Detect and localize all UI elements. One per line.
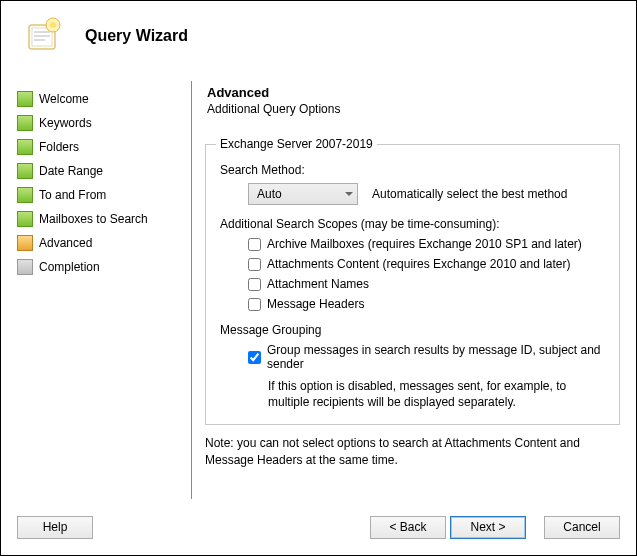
scope-attachment-names[interactable]: Attachment Names	[248, 277, 605, 291]
sidebar-item-label: To and From	[39, 188, 106, 202]
scope-checkbox[interactable]	[248, 238, 261, 251]
wizard-icon	[25, 17, 63, 55]
scope-archive-mailboxes[interactable]: Archive Mailboxes (requires Exchange 201…	[248, 237, 605, 251]
sidebar-item-mailboxes[interactable]: Mailboxes to Search	[17, 207, 189, 231]
sidebar-item-label: Completion	[39, 260, 100, 274]
sidebar-item-label: Keywords	[39, 116, 92, 130]
next-button[interactable]: Next >	[450, 516, 526, 539]
sidebar: Welcome Keywords Folders Date Range To a…	[1, 81, 189, 499]
sidebar-item-to-from[interactable]: To and From	[17, 183, 189, 207]
page-subtitle: Additional Query Options	[205, 102, 620, 116]
chevron-down-icon	[345, 192, 353, 196]
scope-attachments-content[interactable]: Attachments Content (requires Exchange 2…	[248, 257, 605, 271]
sidebar-item-keywords[interactable]: Keywords	[17, 111, 189, 135]
scopes-label: Additional Search Scopes (may be time-co…	[220, 217, 605, 231]
sidebar-item-label: Welcome	[39, 92, 89, 106]
page-title: Advanced	[205, 85, 620, 100]
sidebar-item-advanced[interactable]: Advanced	[17, 231, 189, 255]
step-done-icon	[17, 187, 33, 203]
grouping-checkbox[interactable]	[248, 351, 261, 364]
sidebar-item-label: Mailboxes to Search	[39, 212, 148, 226]
step-done-icon	[17, 139, 33, 155]
back-button[interactable]: < Back	[370, 516, 446, 539]
scope-label: Attachment Names	[267, 277, 369, 291]
step-done-icon	[17, 91, 33, 107]
scope-label: Attachments Content (requires Exchange 2…	[267, 257, 571, 271]
button-bar: Help < Back Next > Cancel	[1, 499, 636, 555]
scope-checkbox[interactable]	[248, 278, 261, 291]
help-button[interactable]: Help	[17, 516, 93, 539]
main-content: Advanced Additional Query Options Exchan…	[189, 81, 636, 499]
sidebar-item-completion[interactable]: Completion	[17, 255, 189, 279]
step-current-icon	[17, 235, 33, 251]
scope-label: Archive Mailboxes (requires Exchange 201…	[267, 237, 582, 251]
grouping-label: Message Grouping	[220, 323, 605, 337]
sidebar-item-label: Advanced	[39, 236, 92, 250]
svg-point-6	[50, 22, 56, 28]
step-done-icon	[17, 163, 33, 179]
exchange-group-box: Exchange Server 2007-2019 Search Method:…	[205, 144, 620, 425]
search-method-value: Auto	[257, 187, 282, 201]
wizard-header: Query Wizard	[1, 1, 636, 75]
step-done-icon	[17, 211, 33, 227]
grouping-option[interactable]: Group messages in search results by mess…	[248, 343, 605, 371]
scope-label: Message Headers	[267, 297, 364, 311]
scope-checkbox[interactable]	[248, 258, 261, 271]
sidebar-item-folders[interactable]: Folders	[17, 135, 189, 159]
sidebar-item-label: Folders	[39, 140, 79, 154]
sidebar-item-date-range[interactable]: Date Range	[17, 159, 189, 183]
step-done-icon	[17, 115, 33, 131]
scope-message-headers[interactable]: Message Headers	[248, 297, 605, 311]
cancel-button[interactable]: Cancel	[544, 516, 620, 539]
group-box-title: Exchange Server 2007-2019	[216, 137, 377, 151]
search-method-hint: Automatically select the best method	[372, 187, 567, 201]
step-pending-icon	[17, 259, 33, 275]
scope-checkbox[interactable]	[248, 298, 261, 311]
grouping-option-label: Group messages in search results by mess…	[267, 343, 605, 371]
search-method-select[interactable]: Auto	[248, 183, 358, 205]
grouping-note: If this option is disabled, messages sen…	[220, 377, 605, 410]
search-method-label: Search Method:	[220, 163, 605, 177]
sidebar-item-label: Date Range	[39, 164, 103, 178]
wizard-title: Query Wizard	[85, 27, 188, 45]
footnote: Note: you can not select options to sear…	[205, 435, 620, 469]
sidebar-item-welcome[interactable]: Welcome	[17, 87, 189, 111]
